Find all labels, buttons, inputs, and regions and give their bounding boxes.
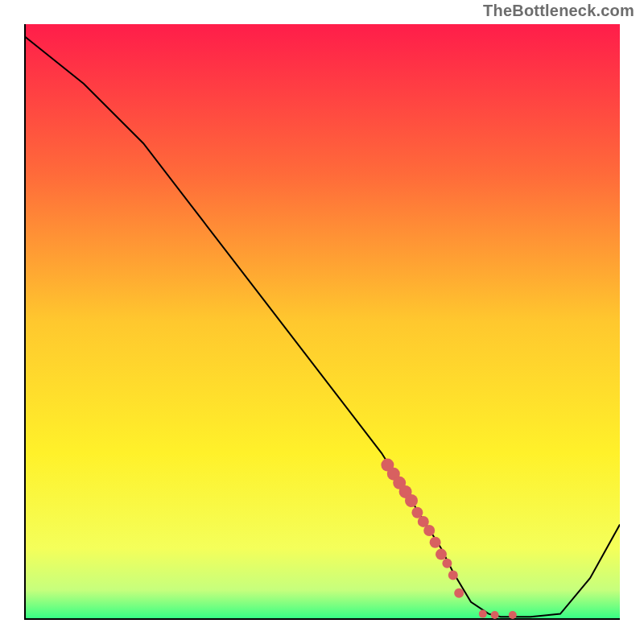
watermark-text: TheBottleneck.com [483,2,634,20]
plot-area [24,24,620,620]
trough-marker [454,588,464,598]
chart-frame: TheBottleneck.com [0,0,644,644]
trough-marker [442,559,452,568]
trough-marker [436,549,447,560]
trough-marker [479,610,487,618]
trough-marker [430,537,441,548]
trough-marker [448,571,458,580]
chart-svg [24,24,620,620]
trough-marker [423,525,435,536]
trough-marker [405,494,418,507]
trough-marker [491,611,499,619]
trough-marker [509,611,517,619]
